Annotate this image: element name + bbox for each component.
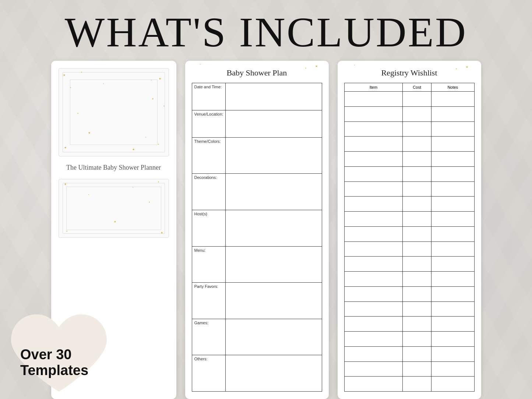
registry-item-cell — [344, 346, 403, 361]
registry-notes-cell — [431, 166, 475, 181]
field-value — [226, 174, 322, 210]
field-label: Menu: — [192, 246, 226, 283]
table-row — [344, 212, 474, 227]
registry-cost-cell — [403, 181, 431, 197]
table-row: Party Favors: — [192, 283, 322, 319]
registry-cost-cell — [403, 301, 431, 317]
field-value — [226, 283, 322, 319]
registry-cost-cell — [403, 197, 431, 212]
registry-cost-cell — [403, 212, 431, 227]
registry-item-cell — [344, 301, 403, 317]
registry-notes-cell — [431, 241, 475, 257]
over-label: Over 30 — [20, 347, 71, 362]
table-row — [344, 377, 474, 392]
field-value — [226, 110, 322, 137]
table-row — [344, 241, 474, 257]
col-cost-header: Cost — [403, 83, 431, 92]
registry-item-cell — [344, 286, 403, 301]
registry-notes-cell — [431, 226, 475, 241]
field-value — [226, 210, 322, 247]
field-value — [226, 83, 322, 110]
registry-notes-cell — [431, 121, 475, 137]
table-row — [344, 226, 474, 241]
field-label: Others: — [192, 355, 226, 392]
registry-cost-cell — [403, 361, 431, 377]
registry-item-cell — [344, 92, 403, 107]
table-row — [344, 197, 474, 212]
registry-item-cell — [344, 317, 403, 332]
table-row — [344, 181, 474, 197]
registry-cost-cell — [403, 92, 431, 107]
registry-notes-cell — [431, 317, 475, 332]
registry-item-cell — [344, 166, 403, 181]
col-item-header: Item — [344, 83, 403, 92]
registry-notes-cell — [431, 377, 475, 392]
planner-title: The Ultimate Baby Shower Planner — [59, 160, 169, 175]
registry-item-cell — [344, 197, 403, 212]
registry-cost-cell — [403, 257, 431, 272]
table-row — [344, 346, 474, 361]
registry-notes-cell — [431, 106, 475, 121]
registry-cost-cell — [403, 106, 431, 121]
registry-cost-cell — [403, 272, 431, 287]
table-row — [344, 272, 474, 287]
table-row — [344, 361, 474, 377]
planner-cover-top — [59, 68, 169, 156]
registry-item-cell — [344, 121, 403, 137]
field-label: Games: — [192, 319, 226, 355]
registry-cost-cell — [403, 137, 431, 152]
table-row — [344, 332, 474, 347]
registry-notes-cell — [431, 92, 475, 107]
registry-item-cell — [344, 377, 403, 392]
page-container: WHAT'S INCLUDED — [0, 0, 532, 399]
registry-notes-cell — [431, 257, 475, 272]
table-row — [344, 166, 474, 181]
bottom-left-area: Over 30 Templates — [0, 318, 140, 399]
registry-notes-cell — [431, 286, 475, 301]
table-row — [344, 152, 474, 167]
registry-cost-cell — [403, 317, 431, 332]
page-title: WHAT'S INCLUDED — [65, 11, 467, 53]
registry-cost-cell — [403, 241, 431, 257]
field-value — [226, 355, 322, 392]
table-row: Venue/Location: — [192, 110, 322, 137]
field-value — [226, 246, 322, 283]
table-row — [344, 301, 474, 317]
table-row — [344, 257, 474, 272]
registry-wishlist-title: Registry Wishlist — [344, 68, 475, 78]
table-row — [344, 137, 474, 152]
table-row — [344, 92, 474, 107]
registry-item-cell — [344, 332, 403, 347]
registry-notes-cell — [431, 361, 475, 377]
registry-item-cell — [344, 257, 403, 272]
field-label: Host(s) — [192, 210, 226, 247]
card-right: Registry Wishlist Item Cost Notes — [338, 61, 481, 399]
registry-cost-cell — [403, 152, 431, 167]
registry-notes-cell — [431, 197, 475, 212]
field-label: Decorations: — [192, 174, 226, 210]
registry-item-cell — [344, 212, 403, 227]
registry-item-cell — [344, 181, 403, 197]
field-value — [226, 319, 322, 355]
registry-cost-cell — [403, 346, 431, 361]
table-row — [344, 121, 474, 137]
field-label: Theme/Colors: — [192, 137, 226, 174]
registry-item-cell — [344, 272, 403, 287]
field-label: Party Favors: — [192, 283, 226, 319]
field-value — [226, 137, 322, 174]
registry-notes-cell — [431, 181, 475, 197]
registry-notes-cell — [431, 346, 475, 361]
table-row — [344, 286, 474, 301]
registry-cost-cell — [403, 286, 431, 301]
registry-item-cell — [344, 152, 403, 167]
registry-notes-cell — [431, 332, 475, 347]
planner-cover-bottom — [59, 179, 169, 238]
registry-item-cell — [344, 226, 403, 241]
registry-item-cell — [344, 241, 403, 257]
registry-notes-cell — [431, 301, 475, 317]
registry-wishlist-table: Item Cost Notes — [344, 83, 475, 392]
table-header-row: Item Cost Notes — [344, 83, 474, 92]
baby-shower-plan-title: Baby Shower Plan — [192, 68, 322, 78]
field-label: Date and Time: — [192, 83, 226, 110]
registry-cost-cell — [403, 121, 431, 137]
